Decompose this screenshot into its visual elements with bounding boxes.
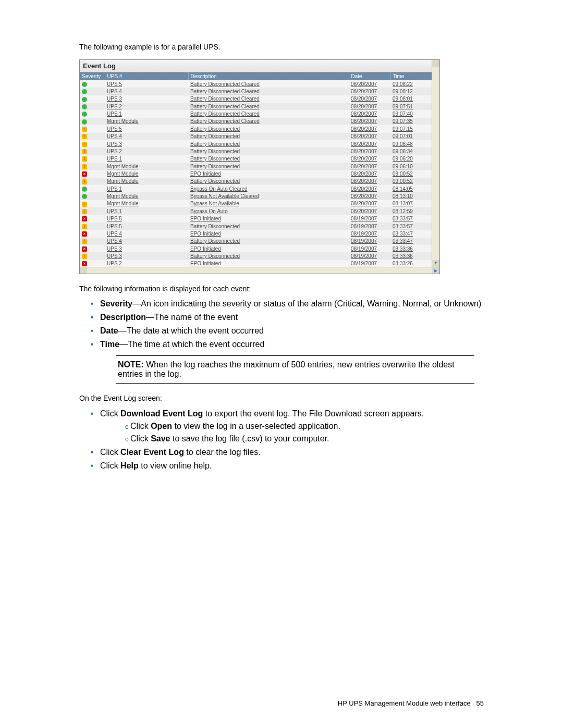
table-row[interactable]: Mgmt ModuleBypass Not Available Cleared0…	[80, 192, 432, 200]
date-cell: 08/20/2007	[349, 200, 390, 207]
table-row[interactable]: UPS 1Battery Disconnected08/20/200709:06…	[80, 155, 432, 163]
date-cell: 08/20/2007	[349, 147, 390, 155]
table-row[interactable]: UPS 1Bypass On Auto08/20/200708:12:59	[80, 207, 432, 215]
horizontal-scrollbar[interactable]	[80, 267, 439, 274]
text: Click	[100, 461, 120, 470]
table-row[interactable]: UPS 5Battery Disconnected Cleared08/20/2…	[80, 80, 432, 88]
table-row[interactable]: UPS 3Battery Disconnected08/20/200709:06…	[80, 140, 432, 147]
severity-cell	[80, 215, 105, 222]
table-row[interactable]: Mgmt ModuleBypass Not Available08/20/200…	[80, 200, 432, 207]
date-cell: 08/19/2007	[349, 223, 390, 230]
normal-icon	[82, 119, 87, 125]
time-cell: 09:06:34	[390, 147, 432, 155]
time-cell: 09:07:35	[390, 118, 432, 125]
ups-cell: UPS 4	[105, 133, 188, 140]
table-row[interactable]: UPS 5Battery Disconnected08/20/200709:07…	[80, 125, 432, 132]
desc-cell: Battery Disconnected Cleared	[188, 103, 349, 110]
scroll-up-icon[interactable]	[432, 60, 439, 67]
list-item: Severity—An icon indicating the severity…	[98, 299, 484, 309]
actions-list: Click Download Event Log to export the e…	[79, 409, 484, 471]
table-row[interactable]: Mgmt ModuleBattery Disconnected08/20/200…	[80, 163, 432, 170]
desc-cell: EPO Initiated	[188, 215, 349, 222]
table-row[interactable]: UPS 4Battery Disconnected08/19/200703:33…	[80, 238, 432, 245]
text: —The date at which the event occurred	[118, 326, 264, 335]
ups-cell: UPS 2	[105, 147, 188, 155]
time-cell: 08:12:59	[390, 207, 432, 215]
severity-cell	[80, 230, 105, 237]
table-row[interactable]: UPS 1Bypass On Auto Cleared08/20/200708:…	[80, 185, 432, 192]
ups-cell: Mgmt Module	[105, 170, 188, 177]
severity-cell	[80, 133, 105, 140]
table-row[interactable]: UPS 3EPO Initiated08/19/200703:33:36	[80, 245, 432, 252]
list-item: Date—The date at which the event occurre…	[98, 326, 484, 336]
table-row[interactable]: UPS 1Battery Disconnected Cleared08/20/2…	[80, 110, 432, 117]
severity-cell	[80, 245, 105, 252]
ups-cell: Mgmt Module	[105, 200, 188, 207]
table-row[interactable]: UPS 2EPO Initiated08/19/200703:33:26	[80, 260, 432, 267]
severity-cell	[80, 223, 105, 230]
table-row[interactable]: UPS 3Battery Disconnected Cleared08/20/2…	[80, 95, 432, 103]
ups-cell: Mgmt Module	[105, 192, 188, 200]
ups-cell: Mgmt Module	[105, 178, 188, 185]
date-cell: 08/20/2007	[349, 80, 390, 88]
table-row[interactable]: UPS 3Battery Disconnected08/19/200703:33…	[80, 252, 432, 260]
table-row[interactable]: UPS 4Battery Disconnected08/20/200709:07…	[80, 133, 432, 140]
table-row[interactable]: Mgmt ModuleEPO Initiated08/20/200709:00:…	[80, 170, 432, 177]
sub-list: Click Open to view the log in a user-sel…	[100, 422, 484, 443]
warning-icon	[82, 164, 87, 169]
warning-icon	[82, 224, 87, 229]
table-row[interactable]: UPS 5Battery Disconnected08/19/200703:33…	[80, 223, 432, 230]
vertical-scrollbar[interactable]	[432, 60, 439, 267]
text: Click	[100, 409, 120, 418]
date-cell: 08/20/2007	[349, 118, 390, 125]
date-cell: 08/20/2007	[349, 192, 390, 200]
list-item: Description—The name of the event	[98, 313, 484, 322]
date-cell: 08/19/2007	[349, 245, 390, 252]
note-label: NOTE:	[118, 360, 144, 369]
ups-cell: UPS 3	[105, 245, 188, 252]
severity-cell	[80, 140, 105, 147]
time-cell: 03:33:57	[390, 215, 432, 222]
critical-icon	[82, 216, 87, 221]
normal-icon	[82, 187, 87, 192]
col-date[interactable]: Date	[349, 72, 390, 80]
ups-cell: UPS 1	[105, 155, 188, 163]
table-row[interactable]: UPS 4EPO Initiated08/19/200703:33:47	[80, 230, 432, 237]
time-cell: 03:33:36	[390, 245, 432, 252]
critical-icon	[82, 261, 87, 266]
desc-cell: Battery Disconnected	[188, 223, 349, 230]
desc-cell: EPO Initiated	[188, 230, 349, 237]
col-time[interactable]: Time	[390, 72, 432, 80]
warning-icon	[82, 149, 87, 154]
desc-cell: Battery Disconnected	[188, 238, 349, 245]
date-cell: 08/19/2007	[349, 238, 390, 245]
date-cell: 08/20/2007	[349, 155, 390, 163]
table-row[interactable]: Mgmt ModuleBattery Disconnected08/20/200…	[80, 178, 432, 185]
severity-cell	[80, 155, 105, 163]
normal-icon	[82, 97, 87, 102]
text: —The time at which the event occurred	[119, 340, 264, 349]
severity-cell	[80, 125, 105, 132]
text: to export the event log. The File Downlo…	[203, 409, 424, 418]
table-row[interactable]: Mgmt ModuleBattery Disconnected Cleared0…	[80, 118, 432, 125]
col-ups[interactable]: UPS #	[105, 72, 188, 80]
desc-cell: Battery Disconnected	[188, 178, 349, 185]
table-row[interactable]: UPS 4Battery Disconnected Cleared08/20/2…	[80, 88, 432, 95]
text: to view the log in a user-selected appli…	[172, 422, 340, 430]
table-header-row: Severity UPS # Description Date Time	[80, 72, 432, 80]
severity-cell	[80, 200, 105, 207]
col-description[interactable]: Description	[188, 72, 349, 80]
normal-icon	[82, 89, 87, 94]
table-row[interactable]: UPS 2Battery Disconnected08/20/200709:06…	[80, 147, 432, 155]
table-row[interactable]: UPS 2Battery Disconnected Cleared08/20/2…	[80, 103, 432, 110]
date-cell: 08/19/2007	[349, 215, 390, 222]
scroll-right-icon[interactable]	[432, 267, 439, 274]
table-row[interactable]: UPS 5EPO Initiated08/19/200703:33:57	[80, 215, 432, 222]
text: —An icon indicating the severity or stat…	[132, 299, 481, 308]
time-cell: 09:00:52	[390, 170, 432, 177]
time-cell: 09:07:01	[390, 133, 432, 140]
scroll-down-icon[interactable]	[432, 260, 439, 267]
event-log-title: Event Log	[80, 60, 432, 72]
col-severity[interactable]: Severity	[80, 72, 105, 80]
scroll-left-icon[interactable]	[80, 267, 87, 274]
